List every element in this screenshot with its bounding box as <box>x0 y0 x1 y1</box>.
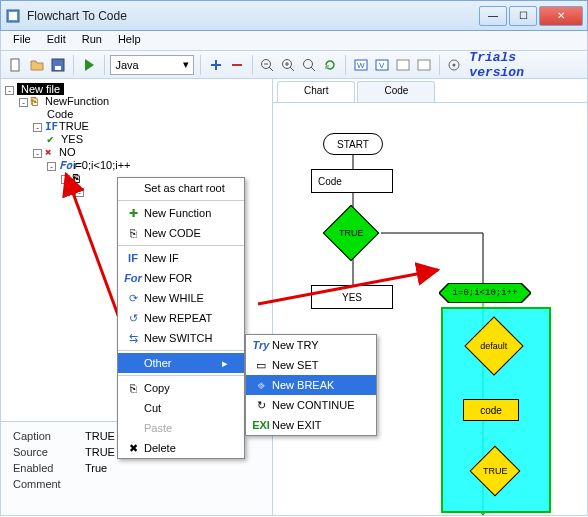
tree-no[interactable]: NO <box>59 146 76 158</box>
zoom-out-button[interactable] <box>258 55 276 75</box>
ctx-new-continue[interactable]: ↻New CONTINUE <box>246 395 376 415</box>
svg-rect-4 <box>55 66 61 70</box>
titlebar: Flowchart To Code — ☐ ✕ <box>0 0 588 31</box>
remove-button[interactable] <box>228 55 246 75</box>
settings-button[interactable] <box>445 55 463 75</box>
tabs: Chart Code <box>273 79 587 103</box>
tab-code[interactable]: Code <box>357 81 435 102</box>
ctx-new-exit[interactable]: EXINew EXIT <box>246 415 376 435</box>
prop-source-label: Source <box>13 446 85 458</box>
chart-canvas[interactable]: START Code TRUE YES i=0;i<10;i++ default… <box>273 103 587 515</box>
export-svg-button[interactable] <box>394 55 412 75</box>
tree-func[interactable]: NewFunction <box>45 95 109 107</box>
context-menu: Set as chart root ✚New Function ⎘New COD… <box>117 177 245 459</box>
tree-for[interactable]: i=0;i<10;i++ <box>73 159 131 171</box>
prop-caption-value: TRUE <box>85 430 115 442</box>
svg-text:W: W <box>357 61 365 70</box>
ctx-paste: Paste <box>118 418 244 438</box>
app-icon <box>5 8 21 24</box>
tree-cond[interactable]: TRUE <box>59 120 89 132</box>
menu-run[interactable]: Run <box>74 31 110 50</box>
zoom-fit-button[interactable] <box>300 55 318 75</box>
flow-for[interactable]: i=0;i<10;i++ <box>439 283 531 303</box>
toolbar: Java ▾ W V Trials version <box>0 51 588 79</box>
prop-enabled-value: True <box>85 462 107 474</box>
switch-icon: ⇆ <box>122 332 144 345</box>
menu-help[interactable]: Help <box>110 31 149 50</box>
prop-comment-label: Comment <box>13 478 85 490</box>
flow-yes[interactable]: YES <box>311 285 393 309</box>
exit-icon: EXI <box>250 419 272 431</box>
close-button[interactable]: ✕ <box>539 6 583 26</box>
prop-source-value: TRUE <box>85 446 115 458</box>
repeat-icon: ↺ <box>122 312 144 325</box>
maximize-button[interactable]: ☐ <box>509 6 537 26</box>
menu-edit[interactable]: Edit <box>39 31 74 50</box>
new-button[interactable] <box>7 55 25 75</box>
ctx-new-while[interactable]: ⟳New WHILE <box>118 288 244 308</box>
try-icon: Try <box>250 339 272 351</box>
ctx-new-try[interactable]: TryNew TRY <box>246 335 376 355</box>
svg-text:V: V <box>379 61 385 70</box>
chevron-right-icon: ▸ <box>222 357 228 370</box>
ctx-copy[interactable]: ⎘Copy <box>118 378 244 398</box>
ctx-other[interactable]: Other▸ <box>118 353 244 373</box>
chevron-down-icon: ▾ <box>183 58 189 71</box>
ctx-delete[interactable]: ✖Delete <box>118 438 244 458</box>
ctx-new-for[interactable]: ForNew FOR <box>118 268 244 288</box>
ctx-new-if[interactable]: IFNew IF <box>118 248 244 268</box>
zoom-in-button[interactable] <box>279 55 297 75</box>
while-icon: ⟳ <box>122 292 144 305</box>
svg-rect-12 <box>397 60 409 70</box>
menu-file[interactable]: File <box>5 31 39 50</box>
tree-code[interactable]: Code <box>47 108 73 120</box>
set-icon: ▭ <box>250 359 272 372</box>
flow-start[interactable]: START <box>323 133 383 155</box>
ctx-new-code[interactable]: ⎘New CODE <box>118 223 244 243</box>
copy-icon: ⎘ <box>122 382 144 394</box>
export-word-button[interactable]: W <box>352 55 370 75</box>
continue-icon: ↻ <box>250 399 272 412</box>
ctx-new-function[interactable]: ✚New Function <box>118 203 244 223</box>
ctx-cut[interactable]: Cut <box>118 398 244 418</box>
svg-point-15 <box>453 63 456 66</box>
refresh-button[interactable] <box>321 55 339 75</box>
break-icon: ⎆ <box>250 379 272 391</box>
language-combo[interactable]: Java ▾ <box>110 55 193 75</box>
ctx-new-repeat[interactable]: ↺New REPEAT <box>118 308 244 328</box>
delete-icon: ✖ <box>122 442 144 455</box>
save-button[interactable] <box>49 55 67 75</box>
prop-enabled-label: Enabled <box>13 462 85 474</box>
tab-chart[interactable]: Chart <box>277 81 355 102</box>
export-visio-button[interactable]: V <box>373 55 391 75</box>
for-icon: For <box>122 272 144 284</box>
language-value: Java <box>115 59 138 71</box>
ctx-new-switch[interactable]: ⇆New SWITCH <box>118 328 244 348</box>
run-button[interactable] <box>80 55 98 75</box>
plus-icon: ✚ <box>122 207 144 220</box>
menubar: File Edit Run Help <box>0 31 588 51</box>
window-title: Flowchart To Code <box>27 9 479 23</box>
tree-root[interactable]: New file <box>17 83 64 95</box>
tree-yes[interactable]: YES <box>61 133 83 145</box>
code-icon: ⎘ <box>122 227 144 239</box>
flow-innercode[interactable]: code <box>463 399 519 421</box>
context-submenu: TryNew TRY ▭New SET ⎆New BREAK ↻New CONT… <box>245 334 377 436</box>
if-icon: IF <box>122 252 144 264</box>
minimize-button[interactable]: — <box>479 6 507 26</box>
ctx-new-break[interactable]: ⎆New BREAK <box>246 375 376 395</box>
ctx-new-set[interactable]: ▭New SET <box>246 355 376 375</box>
trials-label: Trials version <box>469 50 567 80</box>
svg-rect-13 <box>418 60 430 70</box>
svg-rect-1 <box>9 12 17 20</box>
prop-caption-label: Caption <box>13 430 85 442</box>
add-button[interactable] <box>207 55 225 75</box>
svg-rect-2 <box>11 59 19 71</box>
flow-codebox[interactable]: Code <box>311 169 393 193</box>
export-bmp-button[interactable] <box>415 55 433 75</box>
open-button[interactable] <box>28 55 46 75</box>
ctx-set-root[interactable]: Set as chart root <box>118 178 244 198</box>
